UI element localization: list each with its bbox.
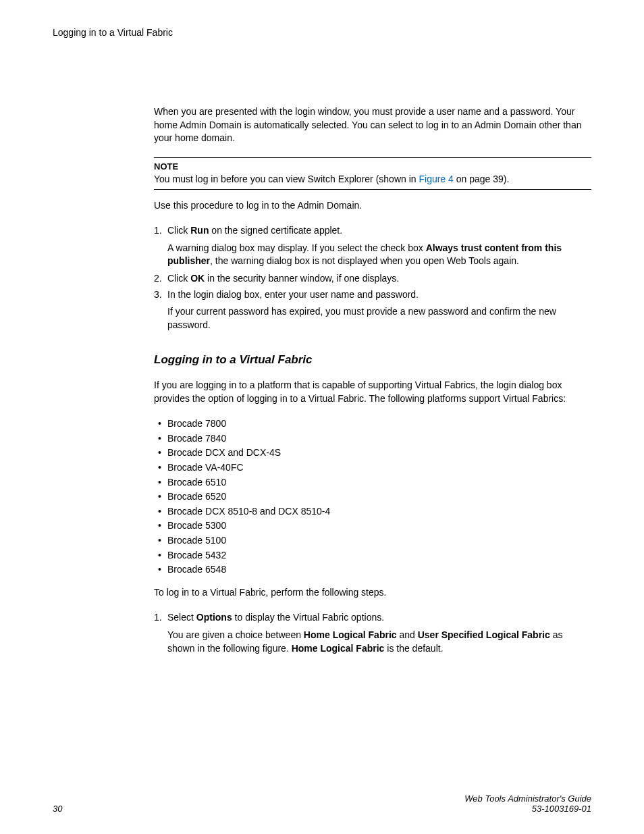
section-heading: Logging in to a Virtual Fabric: [154, 352, 591, 368]
step-1-sub-pre: A warning dialog box may display. If you…: [167, 242, 426, 253]
vf-step-1: Select Options to display the Virtual Fa…: [154, 611, 591, 655]
vf-step-1-post: to display the Virtual Fabric options.: [232, 612, 384, 623]
main-content: When you are presented with the login wi…: [154, 105, 591, 655]
platform-item: Brocade 5300: [154, 519, 591, 533]
page-number: 30: [53, 804, 62, 814]
platform-item: Brocade 6520: [154, 490, 591, 504]
step-2-post: in the security banner window, if one di…: [205, 273, 399, 284]
step-1-post: on the signed certificate applet.: [209, 225, 342, 236]
step-2-pre: Click: [167, 273, 190, 284]
platform-item: Brocade 6510: [154, 476, 591, 490]
vf-step-1-bold: Options: [196, 612, 232, 623]
platforms-list: Brocade 7800 Brocade 7840 Brocade DCX an…: [154, 417, 591, 577]
note-text-before: You must log in before you can view Swit…: [154, 174, 419, 184]
platform-item: Brocade DCX 8510-8 and DCX 8510-4: [154, 505, 591, 519]
page-footer: 30 Web Tools Administrator's Guide 53-10…: [53, 793, 591, 814]
vf-sub-b1: Home Logical Fabric: [304, 629, 397, 640]
platform-item: Brocade 5432: [154, 549, 591, 563]
step-3-sub: If your current password has expired, yo…: [167, 305, 591, 332]
note-box: NOTE You must log in before you can view…: [154, 157, 591, 190]
step-2: Click OK in the security banner window, …: [154, 272, 591, 286]
vf-step-1-sub: You are given a choice between Home Logi…: [167, 629, 591, 655]
vf-step-1-pre: Select: [167, 612, 196, 623]
vf-sub-b2: User Specified Logical Fabric: [418, 629, 550, 640]
platform-item: Brocade 5100: [154, 534, 591, 548]
step-3: In the login dialog box, enter your user…: [154, 288, 591, 332]
platform-item: Brocade 6548: [154, 563, 591, 577]
vf-sub-b3: Home Logical Fabric: [292, 643, 385, 654]
guide-title: Web Tools Administrator's Guide: [464, 793, 591, 804]
platform-item: Brocade 7840: [154, 432, 591, 446]
platform-item: Brocade DCX and DCX-4S: [154, 446, 591, 460]
platform-item: Brocade 7800: [154, 417, 591, 431]
vf-sub-mid: and: [397, 629, 418, 640]
procedure-steps-2: Select Options to display the Virtual Fa…: [154, 611, 591, 655]
step-3-text: In the login dialog box, enter your user…: [167, 289, 419, 300]
step-1-bold: Run: [190, 225, 209, 236]
figure-link[interactable]: Figure 4: [419, 174, 453, 184]
intro-paragraph: When you are presented with the login wi…: [154, 105, 591, 145]
step-2-bold: OK: [190, 273, 205, 284]
step-1: Click Run on the signed certificate appl…: [154, 224, 591, 268]
doc-number: 53-1003169-01: [464, 804, 591, 814]
note-text: You must log in before you can view Swit…: [154, 173, 591, 186]
use-procedure-text: Use this procedure to log in to the Admi…: [154, 199, 591, 213]
footer-right: Web Tools Administrator's Guide 53-10031…: [464, 793, 591, 814]
note-label: NOTE: [154, 161, 591, 173]
note-text-after: on page 39).: [454, 174, 510, 184]
step-1-sub: A warning dialog box may display. If you…: [167, 242, 591, 268]
step-1-pre: Click: [167, 225, 190, 236]
vf-login-intro: To log in to a Virtual Fabric, perform t…: [154, 586, 591, 600]
page-header: Logging in to a Virtual Fabric: [53, 27, 591, 38]
vf-sub-pre: You are given a choice between: [167, 629, 304, 640]
vf-intro: If you are logging in to a platform that…: [154, 379, 591, 405]
procedure-steps-1: Click Run on the signed certificate appl…: [154, 224, 591, 332]
step-1-sub-post: , the warning dialog box is not displaye…: [210, 255, 519, 266]
vf-sub-post: is the default.: [384, 643, 443, 654]
platform-item: Brocade VA-40FC: [154, 461, 591, 475]
